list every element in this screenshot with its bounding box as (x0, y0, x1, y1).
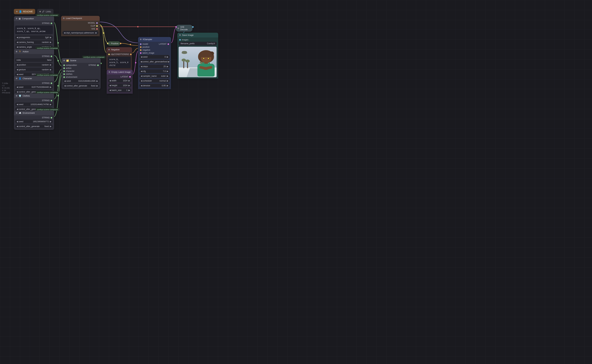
chevron-right-icon[interactable]: ▶ (50, 103, 52, 106)
chevron-right-icon[interactable]: ▶ (50, 68, 52, 71)
chevron-right-icon[interactable]: ▶ (166, 56, 169, 58)
chevron-right-icon[interactable]: ▶ (50, 86, 52, 88)
vae-decode-input-port-samples[interactable] (175, 26, 177, 28)
input-port-character[interactable] (63, 71, 65, 72)
chevron-right-icon[interactable]: ▶ (166, 70, 169, 72)
input-port-environment[interactable] (63, 76, 65, 78)
load-checkpoint-node[interactable]: Load Checkpoint MODEL CLIP VAE ◀ckpt_nam… (61, 16, 100, 36)
environment-node[interactable]: ☁️Environment STRING ◀seed19523959859772… (14, 110, 54, 130)
input-port-latent[interactable] (140, 52, 141, 54)
chevron-right-icon[interactable]: ▶ (166, 84, 169, 87)
input-port-negative[interactable] (140, 49, 141, 51)
control-after-generate-widget[interactable]: ◀control_after_generatefixed▶ (139, 60, 170, 64)
collapse-dot[interactable] (178, 27, 179, 29)
output-port-latent[interactable] (129, 76, 131, 78)
chevron-left-icon[interactable]: ◀ (64, 84, 66, 87)
chevron-right-icon[interactable]: ▶ (50, 120, 52, 123)
seed-widget[interactable]: ◀seed1032014846174790▶ (15, 103, 53, 106)
filename-prefix-widget[interactable]: filename_prefixComfyUI (179, 42, 217, 45)
collapse-dot[interactable] (63, 60, 65, 61)
collapse-dot[interactable] (109, 43, 110, 44)
chevron-left-icon[interactable]: ◀ (16, 46, 19, 48)
chevron-left-icon[interactable]: ◀ (109, 84, 111, 87)
empty-latent-node[interactable]: Empty Latent Image LATENT ◀width1024▶ ◀h… (107, 70, 133, 94)
chevron-right-icon[interactable]: ▶ (96, 80, 99, 82)
chevron-left-icon[interactable]: ◀ (140, 60, 142, 63)
positive-node[interactable]: Positive (108, 41, 120, 46)
chevron-left-icon[interactable]: ◀ (16, 64, 19, 66)
collapse-dot[interactable] (16, 51, 17, 52)
negative-textbox[interactable]: score_6, score_5, score_4 child (108, 57, 131, 68)
output-port-string[interactable] (51, 100, 52, 101)
output-port-string[interactable] (97, 65, 99, 66)
chevron-left-icon[interactable]: ◀ (140, 84, 143, 87)
chevron-left-icon[interactable]: ◀ (16, 68, 19, 71)
denoise-widget[interactable]: ◀denoise0.95▶ (139, 84, 170, 87)
input-port-images[interactable] (179, 39, 181, 41)
negative-node[interactable]: Negative clipCONDITIONING score_6, score… (106, 47, 132, 70)
collapse-dot[interactable] (16, 95, 17, 97)
chevron-right-icon[interactable]: ▶ (96, 84, 99, 87)
chevron-left-icon[interactable]: ◀ (16, 36, 19, 39)
seed-widget[interactable]: ◀seed310131604611505▶ (63, 79, 99, 83)
output-port-latent[interactable] (168, 43, 169, 45)
input-port-clothes[interactable] (63, 73, 65, 75)
input-port-positive[interactable] (140, 46, 141, 48)
output-port-vae[interactable] (96, 28, 98, 30)
seed-widget[interactable]: ◀seed19523959859772▶ (15, 120, 53, 124)
chevron-left-icon[interactable]: ◀ (109, 79, 111, 82)
chevron-left-icon[interactable]: ◀ (16, 120, 19, 123)
gesture-widget[interactable]: ◀gesturerandom▶ (15, 68, 53, 72)
chevron-left-icon[interactable]: ◀ (64, 80, 66, 82)
output-port-model[interactable] (96, 22, 98, 24)
chevron-left-icon[interactable]: ◀ (16, 91, 19, 93)
chevron-right-icon[interactable]: ▶ (50, 64, 52, 66)
chevron-left-icon[interactable]: ◀ (140, 75, 143, 77)
chevron-right-icon[interactable]: ▶ (50, 36, 52, 39)
vae-decode-output-port-image[interactable] (192, 26, 194, 28)
collapse-dot[interactable] (108, 49, 110, 50)
vae-decode-node[interactable]: VAE Decode (176, 25, 192, 32)
chevron-left-icon[interactable]: ◀ (16, 125, 19, 128)
chevron-right-icon[interactable]: ▶ (50, 41, 52, 43)
collapse-dot[interactable] (16, 78, 17, 79)
links-node[interactable]: Links (37, 9, 53, 14)
output-port-conditioning[interactable] (130, 54, 132, 55)
control-after-generate-widget[interactable]: ◀control_after_generatefixed▶ (63, 84, 99, 88)
chevron-left-icon[interactable]: ◀ (16, 73, 19, 76)
output-port-string[interactable] (51, 117, 52, 118)
collapse-dot[interactable] (16, 112, 17, 114)
output-port-string[interactable] (51, 23, 52, 24)
height-widget[interactable]: ◀height1024▶ (108, 84, 132, 87)
collapse-dot[interactable] (179, 34, 181, 36)
chevron-left-icon[interactable]: ◀ (63, 32, 66, 34)
ksampler-node[interactable]: KSampler modelLATENT positive negative l… (138, 37, 171, 89)
input-port-action[interactable] (63, 67, 65, 69)
scheduler-widget[interactable]: ◀schedulernormal▶ (139, 79, 170, 83)
chevron-left-icon[interactable]: ◀ (16, 86, 19, 88)
camera-framing-widget[interactable]: ◀camera_framingrandom▶ (15, 40, 53, 44)
positive-input-port-clip[interactable] (107, 43, 108, 44)
input-port-model[interactable] (140, 43, 141, 45)
positive-output-port-conditioning[interactable] (120, 43, 121, 44)
chevron-right-icon[interactable]: ▶ (95, 32, 97, 34)
output-port-clip[interactable] (96, 25, 98, 27)
chevron-right-icon[interactable]: ▶ (168, 60, 170, 63)
canvas[interactable]: 📘 README Links comfyui-scene-composer ▦C… (0, 0, 592, 364)
prompt-textbox[interactable]: score_9, score_8_up, score_7_up, source_… (15, 26, 53, 34)
chevron-left-icon[interactable]: ◀ (140, 79, 143, 82)
chevron-left-icon[interactable]: ◀ (140, 56, 143, 58)
chevron-right-icon[interactable]: ▶ (128, 79, 131, 82)
output-port-string[interactable] (51, 83, 52, 84)
readme-node[interactable]: 📘 README (14, 9, 35, 14)
width-widget[interactable]: ◀width1024▶ (108, 79, 132, 83)
protagonists-widget[interactable]: ◀protagonists1girl▶ (15, 35, 53, 39)
chevron-left-icon[interactable]: ◀ (16, 41, 19, 43)
nsfw-field[interactable]: nsfwfalse (15, 58, 53, 62)
scene-node[interactable]: 🗂️Scene compositionSTRING action charact… (61, 58, 101, 89)
save-image-node[interactable]: Save Image images filename_prefixComfyUI (177, 33, 218, 78)
chevron-right-icon[interactable]: ▶ (128, 89, 131, 91)
input-port-composition[interactable] (63, 65, 65, 66)
collapse-dot[interactable] (16, 18, 17, 19)
batch-size-widget[interactable]: ◀batch_size1▶ (108, 88, 132, 92)
